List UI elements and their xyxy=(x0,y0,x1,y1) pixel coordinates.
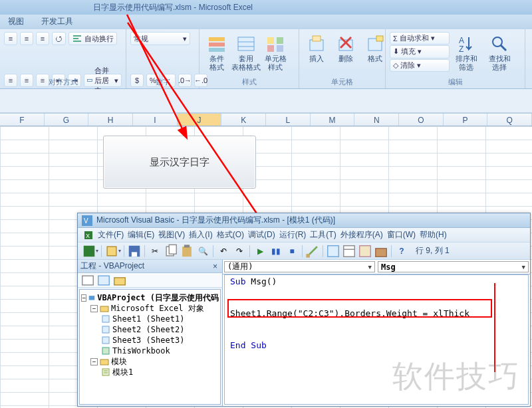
col-P[interactable]: P xyxy=(444,114,488,126)
menu-view[interactable]: 视图(V) xyxy=(158,229,185,241)
undo-icon[interactable]: ↶ xyxy=(216,245,231,258)
menu-addin[interactable]: 外接程序(A) xyxy=(340,229,383,241)
table-format-button[interactable]: 套用 表格格式 xyxy=(233,32,259,73)
numfmt-combo[interactable]: 常规▾ xyxy=(130,32,190,45)
table-format-icon xyxy=(235,33,257,54)
view-object-icon[interactable] xyxy=(96,274,111,287)
menu-debug[interactable]: 调试(D) xyxy=(248,229,275,241)
svg-rect-53 xyxy=(102,348,109,354)
svg-rect-32 xyxy=(107,247,116,256)
menu-window[interactable]: 窗口(W) xyxy=(387,229,416,241)
tab-view[interactable]: 视图 xyxy=(4,14,28,29)
col-G[interactable]: G xyxy=(45,114,89,126)
object-combo[interactable]: (通用)▼ xyxy=(224,261,375,272)
object-browser-icon[interactable] xyxy=(358,245,372,258)
worksheet-button[interactable]: 显示汉字日字 xyxy=(103,136,256,189)
help-icon[interactable]: ? xyxy=(394,245,409,258)
vba-title-bar[interactable]: V Microsoft Visual Basic - 日字显示使用代码编写.xl… xyxy=(78,213,530,228)
svg-rect-2 xyxy=(73,41,81,42)
col-J[interactable]: J xyxy=(178,114,222,126)
tree-modules[interactable]: − 模块 xyxy=(81,356,219,367)
col-I[interactable]: I xyxy=(133,114,178,126)
insert-icon xyxy=(306,33,327,54)
col-H[interactable]: H xyxy=(88,114,133,126)
menu-tool[interactable]: 工具(T) xyxy=(310,229,336,241)
wrap-text-button[interactable]: 自动换行 xyxy=(68,32,117,45)
tree-excel-objects[interactable]: − Microsoft Excel 对象 xyxy=(81,303,219,314)
folder-icon xyxy=(100,304,109,313)
align-bot-icon[interactable]: ≡ xyxy=(36,32,49,45)
folder-icon xyxy=(100,357,109,366)
insert-cells-button[interactable]: 插入 xyxy=(303,32,330,64)
excel-return-icon[interactable]: X xyxy=(83,230,94,241)
tree-module1[interactable]: 模块1 xyxy=(81,367,219,377)
align-mid-icon[interactable]: ≡ xyxy=(20,32,33,45)
excel-title-text: 日字显示使用代码编写.xlsm - Microsoft Excel xyxy=(93,2,253,13)
svg-rect-46 xyxy=(98,276,110,285)
project-tree[interactable]: − VBAProject (日字显示使用代码 − Microsoft Excel… xyxy=(79,289,221,405)
menu-help[interactable]: 帮助(H) xyxy=(420,229,447,241)
svg-rect-47 xyxy=(114,277,126,284)
col-M[interactable]: M xyxy=(311,114,355,126)
formula-bar-gap xyxy=(0,89,532,113)
svg-text:V: V xyxy=(84,217,88,225)
view-code-icon[interactable] xyxy=(80,274,95,287)
tree-thisworkbook[interactable]: ThisWorkbook xyxy=(81,346,219,356)
col-N[interactable]: N xyxy=(354,114,399,126)
paste-icon[interactable] xyxy=(180,245,194,258)
find-select-button[interactable]: 查找和 选择 xyxy=(483,32,516,72)
vba-toolbar: ▾ ▾ ✂ 🔍 ↶ ↷ ▶ ▮▮ ■ ? 行 9, 列 1 xyxy=(78,243,530,260)
insert-module-icon[interactable] xyxy=(104,245,119,258)
align-top-icon[interactable]: ≡ xyxy=(4,32,17,45)
clear-button[interactable]: ◇ 清除 ▾ xyxy=(390,59,450,72)
procedure-combo[interactable]: Msg▼ xyxy=(378,261,529,272)
toolbox-icon[interactable] xyxy=(374,245,388,258)
tree-sheet2[interactable]: Sheet2 (Sheet2) xyxy=(81,324,219,335)
save-icon[interactable] xyxy=(127,245,142,258)
tab-dev[interactable]: 开发工具 xyxy=(37,14,77,29)
orient-icon[interactable]: ⭯ xyxy=(52,32,66,45)
col-F[interactable]: F xyxy=(0,114,45,126)
col-K[interactable]: K xyxy=(221,114,266,126)
view-excel-icon[interactable] xyxy=(82,245,96,258)
break-icon[interactable]: ▮▮ xyxy=(269,245,283,258)
fill-button[interactable]: ⬇ 填充 ▾ xyxy=(390,45,450,58)
cell-style-button[interactable]: 单元格 样式 xyxy=(262,32,289,73)
workbook-icon xyxy=(101,346,110,356)
tree-project[interactable]: − VBAProject (日字显示使用代码 xyxy=(81,292,219,303)
code-editor[interactable]: Sub Msg() Sheet1.Range("C2:C3").Borders.… xyxy=(224,274,529,405)
col-L[interactable]: L xyxy=(266,114,311,126)
redo-icon[interactable]: ↷ xyxy=(232,245,247,258)
close-icon[interactable]: × xyxy=(211,262,219,271)
svg-rect-45 xyxy=(82,276,94,285)
menu-run[interactable]: 运行(R) xyxy=(279,229,307,241)
menu-insert[interactable]: 插入(I) xyxy=(189,229,212,241)
menu-edit[interactable]: 编辑(E) xyxy=(128,229,154,241)
find-icon[interactable]: 🔍 xyxy=(196,245,210,258)
col-Q[interactable]: Q xyxy=(487,114,532,126)
vba-app-icon: V xyxy=(82,215,92,226)
svg-rect-54 xyxy=(100,359,108,365)
copy-icon[interactable] xyxy=(164,245,178,258)
svg-rect-31 xyxy=(84,245,95,256)
run-icon[interactable]: ▶ xyxy=(253,245,267,258)
delete-cells-button[interactable]: 删除 xyxy=(332,32,359,64)
menu-format[interactable]: 格式(O) xyxy=(217,229,244,241)
tree-sheet1[interactable]: Sheet1 (Sheet1) xyxy=(81,314,219,324)
menu-file[interactable]: 文件(F) xyxy=(98,229,124,241)
cut-icon[interactable]: ✂ xyxy=(148,245,162,258)
svg-rect-13 xyxy=(277,45,283,52)
svg-rect-36 xyxy=(169,245,176,254)
toggle-folders-icon[interactable] xyxy=(112,274,127,287)
design-mode-icon[interactable] xyxy=(305,245,320,258)
cond-format-button[interactable]: 条件格式 xyxy=(203,32,230,73)
autosum-button[interactable]: Σ 自动求和 ▾ xyxy=(390,32,450,45)
properties-icon[interactable] xyxy=(342,245,356,258)
sort-filter-button[interactable]: AZ 排序和 筛选 xyxy=(450,32,483,72)
col-O[interactable]: O xyxy=(399,114,444,126)
format-cells-button[interactable]: 格式 xyxy=(362,32,388,64)
reset-icon[interactable]: ■ xyxy=(285,245,299,258)
tree-sheet3[interactable]: Sheet3 (Sheet3) xyxy=(81,335,219,346)
project-explorer-icon[interactable] xyxy=(326,245,340,258)
sheet-icon xyxy=(101,314,110,324)
